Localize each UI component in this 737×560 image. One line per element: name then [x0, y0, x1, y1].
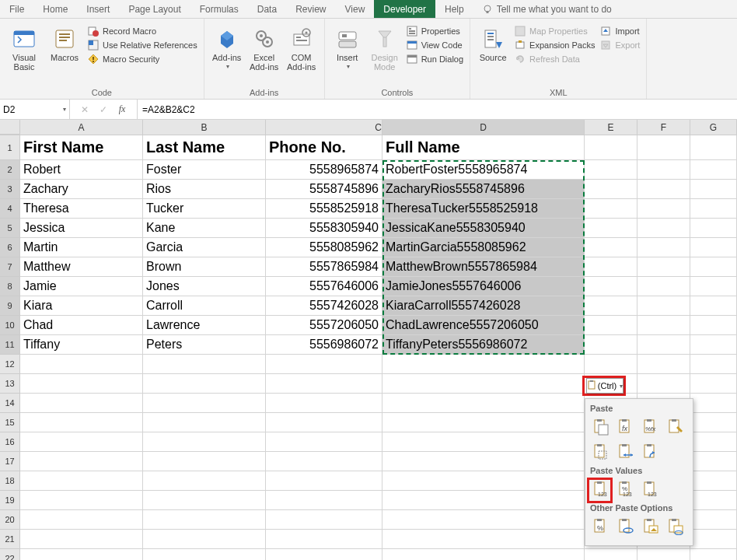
tab-formulas[interactable]: Formulas	[190, 0, 248, 18]
cell-A15[interactable]	[20, 413, 143, 432]
cell-C12[interactable]	[266, 355, 382, 374]
cell-C3[interactable]: 5558745896	[266, 180, 382, 199]
cell-B4[interactable]: Tucker	[143, 199, 266, 219]
cell-F13[interactable]	[637, 374, 690, 394]
tab-view[interactable]: View	[336, 0, 375, 18]
paste-colwidth-button[interactable]	[615, 441, 637, 463]
cell-G6[interactable]	[690, 238, 737, 257]
paste-formatting-button[interactable]: %	[590, 516, 612, 537]
paste-all-button[interactable]	[590, 416, 612, 438]
cell-G13[interactable]	[690, 374, 737, 394]
cell-C1[interactable]: Phone No.	[266, 135, 382, 160]
cell-G18[interactable]	[690, 471, 737, 491]
select-all-corner[interactable]	[0, 120, 20, 135]
map-properties-button[interactable]: Map Properties	[514, 25, 595, 37]
cell-E22[interactable]	[585, 549, 637, 560]
tab-file[interactable]: File	[0, 0, 33, 18]
chevron-down-icon[interactable]: ▾	[63, 106, 66, 113]
cell-B15[interactable]	[143, 413, 266, 432]
row-header-10[interactable]: 10	[0, 316, 20, 335]
cell-B21[interactable]	[143, 530, 266, 549]
cell-D19[interactable]	[382, 491, 585, 510]
com-addins-button[interactable]: COM Add-ins	[285, 22, 318, 72]
cell-E11[interactable]	[585, 335, 637, 355]
cell-C15[interactable]	[266, 413, 382, 432]
cell-G1[interactable]	[690, 135, 737, 160]
cell-B3[interactable]: Rios	[143, 180, 266, 199]
cell-G15[interactable]	[690, 413, 737, 432]
cell-C10[interactable]: 5557206050	[266, 316, 382, 335]
addins-button[interactable]: Add-ins ▾	[211, 22, 243, 71]
cell-C22[interactable]	[266, 549, 382, 560]
row-header-8[interactable]: 8	[0, 277, 20, 296]
paste-options-ctrl-button[interactable]: (Ctrl) ▾	[586, 378, 623, 394]
fx-icon[interactable]: fx	[117, 103, 127, 115]
tab-pagelayout[interactable]: Page Layout	[119, 0, 190, 18]
cell-D18[interactable]	[382, 471, 585, 491]
cell-D13[interactable]	[382, 374, 585, 394]
row-header-20[interactable]: 20	[0, 510, 20, 530]
paste-keep-fmt-button[interactable]	[665, 416, 686, 438]
cell-B13[interactable]	[143, 374, 266, 394]
cell-G4[interactable]	[690, 199, 737, 219]
cell-D11[interactable]: TiffanyPeters5556986072	[382, 335, 585, 355]
cell-F8[interactable]	[637, 277, 690, 296]
cell-G22[interactable]	[690, 549, 737, 560]
cell-A3[interactable]: Zachary	[20, 180, 143, 199]
paste-formulas-button[interactable]: fx	[615, 416, 637, 438]
cell-E4[interactable]	[585, 199, 637, 219]
row-header-1[interactable]: 1	[0, 135, 20, 160]
cell-F22[interactable]	[637, 549, 690, 560]
expansion-packs-button[interactable]: Expansion Packs	[514, 39, 595, 51]
macro-security-button[interactable]: Macro Security	[87, 53, 197, 65]
name-box-input[interactable]	[3, 104, 50, 115]
row-header-9[interactable]: 9	[0, 296, 20, 316]
tab-review[interactable]: Review	[286, 0, 335, 18]
cell-D3[interactable]: ZacharyRios5558745896	[382, 180, 585, 199]
tell-me-search[interactable]: Tell me what you want to do	[473, 0, 621, 18]
excel-addins-button[interactable]: Excel Add-ins	[248, 22, 281, 72]
cell-D17[interactable]	[382, 452, 585, 471]
refresh-data-button[interactable]: Refresh Data	[514, 53, 595, 65]
cell-G17[interactable]	[690, 452, 737, 471]
cell-B18[interactable]	[143, 471, 266, 491]
cell-C2[interactable]: 5558965874	[266, 160, 382, 180]
cell-C5[interactable]: 5558305940	[266, 219, 382, 238]
row-header-16[interactable]: 16	[0, 432, 20, 452]
cell-C6[interactable]: 5558085962	[266, 238, 382, 257]
insert-control-button[interactable]: Insert ▾	[331, 22, 364, 71]
row-header-17[interactable]: 17	[0, 452, 20, 471]
cell-A21[interactable]	[20, 530, 143, 549]
cell-C14[interactable]	[266, 394, 382, 413]
relative-refs-button[interactable]: Use Relative References	[87, 39, 197, 51]
cell-D9[interactable]: KiaraCarroll5557426028	[382, 296, 585, 316]
cell-D1[interactable]: Full Name	[382, 135, 585, 160]
row-header-2[interactable]: 2	[0, 160, 20, 180]
paste-values-numfmt-button[interactable]: %123	[615, 478, 637, 500]
cell-G10[interactable]	[690, 316, 737, 335]
cell-B17[interactable]	[143, 452, 266, 471]
formula-input[interactable]	[138, 104, 737, 115]
row-header-22[interactable]: 22	[0, 549, 20, 560]
cell-G2[interactable]	[690, 160, 737, 180]
cell-C20[interactable]	[266, 510, 382, 530]
cell-A16[interactable]	[20, 432, 143, 452]
cell-C18[interactable]	[266, 471, 382, 491]
cell-F12[interactable]	[637, 355, 690, 374]
view-code-button[interactable]: View Code	[406, 39, 463, 51]
cell-A7[interactable]: Matthew	[20, 257, 143, 277]
cell-C13[interactable]	[266, 374, 382, 394]
cell-G5[interactable]	[690, 219, 737, 238]
row-header-6[interactable]: 6	[0, 238, 20, 257]
cell-G9[interactable]	[690, 296, 737, 316]
cell-E5[interactable]	[585, 219, 637, 238]
row-header-18[interactable]: 18	[0, 471, 20, 491]
cell-G20[interactable]	[690, 510, 737, 530]
cell-B11[interactable]: Peters	[143, 335, 266, 355]
cell-B8[interactable]: Jones	[143, 277, 266, 296]
cell-B1[interactable]: Last Name	[143, 135, 266, 160]
row-header-19[interactable]: 19	[0, 491, 20, 510]
cell-D21[interactable]	[382, 530, 585, 549]
cell-E7[interactable]	[585, 257, 637, 277]
cell-F7[interactable]	[637, 257, 690, 277]
